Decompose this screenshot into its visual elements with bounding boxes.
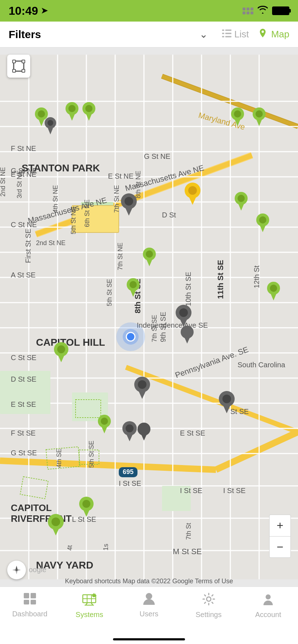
list-view-button[interactable]: List: [222, 29, 249, 40]
users-label: Users: [140, 610, 158, 618]
svg-point-130: [101, 418, 108, 425]
bounding-box-button[interactable]: [7, 55, 30, 78]
map-icon: [257, 28, 268, 41]
svg-text:I St SE: I St SE: [180, 487, 202, 494]
svg-point-112: [238, 195, 245, 202]
status-icons: [243, 6, 289, 16]
filters-chevron-icon[interactable]: ⌄: [199, 28, 208, 40]
nav-settings[interactable]: Settings: [179, 593, 239, 619]
settings-label: Settings: [195, 611, 221, 619]
svg-text:D St: D St: [162, 211, 176, 219]
svg-text:F St NE: F St NE: [11, 144, 36, 152]
svg-text:12th St: 12th St: [253, 265, 261, 288]
svg-point-133: [82, 500, 90, 508]
svg-rect-2: [222, 36, 224, 37]
time-display: 10:49: [9, 4, 38, 18]
map-container[interactable]: 2nd St NE 3rd St NE First St SE 4th St N…: [0, 47, 298, 586]
my-location-button[interactable]: [7, 561, 26, 579]
map-label: Map: [271, 29, 289, 40]
svg-text:oogle: oogle: [29, 566, 46, 574]
svg-point-109: [256, 110, 263, 118]
bounding-box-icon: [12, 60, 25, 73]
wifi-icon: [258, 6, 268, 16]
svg-point-115: [259, 216, 266, 224]
svg-text:D St SE: D St SE: [11, 375, 36, 383]
svg-text:E St SE: E St SE: [180, 429, 205, 437]
nav-systems[interactable]: Systems: [60, 593, 119, 619]
map-view-button[interactable]: Map: [257, 28, 289, 41]
svg-text:1s: 1s: [102, 544, 109, 551]
status-bar: 10:49 ➤: [0, 0, 298, 22]
svg-text:7th St SE: 7th St SE: [151, 315, 158, 342]
svg-text:5th St SE: 5th St SE: [88, 441, 95, 468]
svg-rect-180: [13, 60, 15, 63]
nav-account[interactable]: Account: [238, 593, 298, 619]
svg-text:A St SE: A St SE: [11, 271, 36, 279]
zoom-controls: + −: [269, 515, 291, 558]
svg-text:7th St NE: 7th St NE: [117, 243, 124, 270]
svg-text:E St SE: E St SE: [11, 400, 36, 408]
svg-rect-3: [225, 29, 231, 31]
zoom-in-button[interactable]: +: [269, 515, 291, 536]
map-svg: 2nd St NE 3rd St NE First St SE 4th St N…: [0, 47, 298, 586]
svg-point-188: [15, 569, 18, 571]
svg-point-6: [262, 31, 264, 33]
zoom-out-button[interactable]: −: [269, 536, 291, 558]
svg-point-100: [68, 105, 76, 112]
view-toggle: List Map: [222, 28, 289, 41]
svg-rect-182: [13, 69, 15, 72]
bottom-nav: Dashboard Systems: [0, 586, 298, 644]
svg-text:2nd St NE: 2nd St NE: [0, 167, 6, 197]
svg-rect-1: [222, 33, 224, 34]
svg-point-136: [51, 518, 60, 526]
svg-text:I St SE: I St SE: [223, 487, 245, 494]
svg-text:L St SE: L St SE: [72, 515, 96, 523]
svg-rect-4: [225, 33, 231, 34]
nav-dashboard[interactable]: Dashboard: [0, 593, 60, 618]
svg-line-202: [95, 594, 96, 594]
svg-text:Independence Ave SE: Independence Ave SE: [137, 321, 208, 329]
svg-point-142: [125, 197, 133, 206]
svg-text:G St SE: G St SE: [11, 449, 37, 457]
svg-text:South Carolina: South Carolina: [238, 361, 285, 369]
battery-icon: [272, 6, 289, 15]
svg-text:4th SE: 4th SE: [55, 448, 63, 468]
svg-point-139: [48, 120, 53, 126]
nav-users[interactable]: Users: [119, 593, 179, 618]
filters-label: Filters: [9, 28, 199, 41]
dashboard-label: Dashboard: [12, 610, 48, 618]
svg-point-161: [188, 186, 197, 195]
svg-point-97: [38, 110, 45, 118]
svg-point-124: [270, 285, 277, 292]
compass-icon: [12, 565, 22, 575]
svg-text:M St SE: M St SE: [173, 547, 202, 556]
status-time: 10:49 ➤: [9, 4, 48, 18]
svg-rect-7: [0, 55, 298, 579]
svg-point-156: [126, 424, 134, 432]
svg-text:7th St: 7th St: [185, 523, 192, 540]
svg-text:STANTON PARK: STANTON PARK: [22, 162, 100, 174]
svg-point-103: [85, 105, 92, 112]
svg-text:2nd St NE: 2nd St NE: [36, 239, 66, 247]
svg-rect-189: [24, 593, 29, 598]
account-label: Account: [255, 611, 281, 619]
svg-point-164: [126, 332, 135, 341]
svg-rect-192: [31, 600, 36, 604]
svg-point-118: [146, 250, 153, 258]
svg-point-146: [181, 326, 194, 339]
dashboard-icon: [23, 593, 36, 608]
svg-text:4t: 4t: [66, 545, 73, 551]
svg-text:First St SE: First St SE: [24, 229, 32, 263]
location-arrow-icon: ➤: [41, 6, 48, 15]
systems-label: Systems: [76, 611, 103, 619]
svg-rect-190: [31, 593, 36, 598]
svg-text:C St SE: C St SE: [11, 354, 36, 362]
svg-point-157: [137, 423, 150, 436]
svg-text:7th St NE: 7th St NE: [113, 185, 120, 213]
svg-text:I St SE: I St SE: [119, 479, 141, 487]
svg-rect-181: [22, 60, 25, 63]
svg-point-127: [57, 345, 65, 353]
svg-point-206: [266, 594, 271, 599]
svg-rect-0: [222, 29, 224, 31]
attribution-text: Keyboard shortcuts Map data ©2022 Google…: [65, 578, 233, 585]
